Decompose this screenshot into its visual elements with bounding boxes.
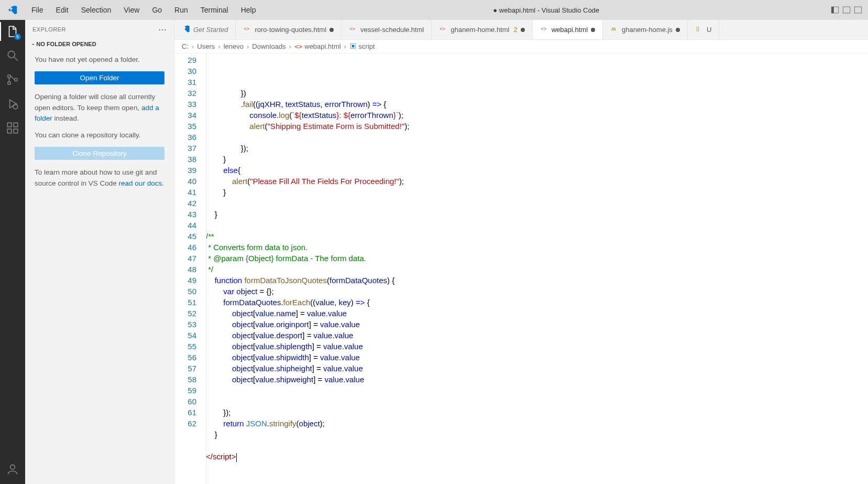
titlebar: FileEditSelectionViewGoRunTerminalHelp ●… <box>0 0 868 20</box>
svg-point-10 <box>13 104 18 109</box>
accounts-icon[interactable] <box>5 462 20 477</box>
code-line[interactable]: object[value.shipwidth] = value.value <box>206 352 868 363</box>
code-line[interactable]: formDataQuotes.forEach((value, key) => { <box>206 297 868 308</box>
breadcrumb-part[interactable]: <> webapi.html <box>294 42 341 50</box>
tab-get-started[interactable]: Get Started <box>174 20 236 39</box>
code-line[interactable]: } <box>206 187 868 198</box>
code-line[interactable]: * @param {Object} formData - The form da… <box>206 253 868 264</box>
menu-file[interactable]: File <box>25 6 50 14</box>
open-folder-button[interactable]: Open Folder <box>35 71 164 84</box>
menu-help[interactable]: Help <box>235 6 262 14</box>
file-icon <box>182 25 190 35</box>
menu-bar: FileEditSelectionViewGoRunTerminalHelp <box>25 6 262 14</box>
code-line[interactable]: /** <box>206 231 868 242</box>
code-line[interactable]: } <box>206 154 868 165</box>
code-line[interactable] <box>206 132 868 143</box>
line-number: 40 <box>174 176 196 187</box>
code-line[interactable]: console.log(`${textStatus}: ${errorThrow… <box>206 110 868 121</box>
code-line[interactable]: object[value.originport] = value.value <box>206 319 868 330</box>
code-content[interactable]: }) .fail((jqXHR, textStatus, errorThrown… <box>206 53 868 484</box>
menu-go[interactable]: Go <box>146 6 168 14</box>
svg-text:<>: <> <box>440 26 446 31</box>
clone-intro-text: You can clone a repository locally. <box>35 130 164 141</box>
code-line[interactable] <box>206 198 868 209</box>
chevron-right-icon: › <box>289 42 291 50</box>
run-debug-icon[interactable] <box>5 96 20 111</box>
code-line[interactable]: function formDataToJsonQuotes(formDataQu… <box>206 275 868 286</box>
breadcrumb-part[interactable]: C: <box>182 42 189 50</box>
code-editor[interactable]: 2930313233343536373839404142434445464748… <box>174 53 868 484</box>
svg-point-4 <box>8 51 15 58</box>
source-control-icon[interactable] <box>5 72 20 87</box>
tab-label: vessel-schedule.html <box>360 26 424 34</box>
line-number: 48 <box>174 264 196 275</box>
menu-terminal[interactable]: Terminal <box>194 6 235 14</box>
code-line[interactable]: } <box>206 209 868 220</box>
code-line[interactable]: }); <box>206 407 868 418</box>
code-line[interactable]: alert("Please Fill All The Fields For Pr… <box>206 176 868 187</box>
tab-vessel-schedule-html[interactable]: <>vessel-schedule.html <box>342 20 432 39</box>
code-line[interactable]: object[value.name] = value.value <box>206 308 868 319</box>
code-line[interactable] <box>206 396 868 407</box>
menu-view[interactable]: View <box>117 6 146 14</box>
explorer-icon[interactable]: 5 <box>5 24 20 39</box>
file-icon: <> <box>540 25 548 35</box>
code-line[interactable]: .fail((jqXHR, textStatus, errorThrown) =… <box>206 99 868 110</box>
code-line[interactable]: } <box>206 429 868 440</box>
line-number: 56 <box>174 352 196 363</box>
file-icon: JS <box>610 25 619 35</box>
read-docs-link[interactable]: read our docs <box>119 179 162 187</box>
code-line[interactable]: * Converts form data to json. <box>206 242 868 253</box>
tab-ghanem-home-js[interactable]: JSghanem-home.js <box>603 20 688 39</box>
line-number: 35 <box>174 121 196 132</box>
breadcrumb-part[interactable]: Downloads <box>252 42 285 50</box>
panel-right-icon[interactable] <box>853 5 863 15</box>
code-line[interactable]: object[value.shipweight] = value.value <box>206 374 868 385</box>
layout-controls[interactable] <box>830 5 868 15</box>
code-line[interactable]: }) <box>206 88 868 99</box>
panel-bottom-icon[interactable] <box>842 5 851 15</box>
tab-label: roro-towing-quotes.html <box>255 26 326 34</box>
line-number: 36 <box>174 132 196 143</box>
panel-left-icon[interactable] <box>830 5 840 15</box>
more-icon[interactable]: ⋯ <box>158 25 167 35</box>
svg-rect-23 <box>352 45 355 48</box>
menu-selection[interactable]: Selection <box>75 6 118 14</box>
code-line[interactable]: object[value.shipheight] = value.value <box>206 363 868 374</box>
code-line[interactable]: </script> <box>206 451 868 462</box>
tab-webapi-html[interactable]: <>webapi.html <box>533 20 603 39</box>
search-icon[interactable] <box>5 48 20 63</box>
code-line[interactable] <box>206 440 868 451</box>
breadcrumb-part[interactable]: script <box>349 42 375 50</box>
chevron-down-icon: › <box>30 43 36 45</box>
breadcrumb-part[interactable]: Users <box>197 42 215 50</box>
explorer-badge: 5 <box>14 34 21 40</box>
code-line[interactable]: object[value.desport] = value.value <box>206 330 868 341</box>
code-line[interactable]: else{ <box>206 165 868 176</box>
code-line[interactable]: */ <box>206 264 868 275</box>
code-line[interactable]: }); <box>206 143 868 154</box>
code-line[interactable]: object[value.shiplength] = value.value <box>206 341 868 352</box>
code-line[interactable]: alert("Shipping Estimate Form is Submitt… <box>206 121 868 132</box>
line-number: 32 <box>174 88 196 99</box>
menu-run[interactable]: Run <box>168 6 194 14</box>
code-line[interactable]: return JSON.stringify(object); <box>206 418 868 429</box>
svg-text:{}: {} <box>696 26 699 31</box>
tab-roro-towing-quotes-html[interactable]: <>roro-towing-quotes.html <box>236 20 342 39</box>
code-line[interactable] <box>206 385 868 396</box>
breadcrumb-part[interactable]: lenevo <box>224 42 244 50</box>
tab-u[interactable]: {}U <box>688 20 719 39</box>
sidebar-section[interactable]: › NO FOLDER OPENED <box>25 39 174 49</box>
code-line[interactable] <box>206 220 868 231</box>
menu-edit[interactable]: Edit <box>50 6 75 14</box>
code-line[interactable]: var object = {}; <box>206 286 868 297</box>
line-number: 30 <box>174 66 196 77</box>
breadcrumb[interactable]: C:›Users›lenevo›Downloads›<> webapi.html… <box>174 40 868 53</box>
tab-ghanem-home-html[interactable]: <>ghanem-home.html2 <box>432 20 532 39</box>
clone-repository-button[interactable]: Clone Repository <box>35 147 164 160</box>
chevron-right-icon: › <box>344 42 346 50</box>
svg-point-7 <box>8 82 10 84</box>
dirty-indicator-icon <box>521 28 525 32</box>
extensions-icon[interactable] <box>5 121 20 135</box>
no-folder-text: You have not yet opened a folder. <box>35 55 164 65</box>
